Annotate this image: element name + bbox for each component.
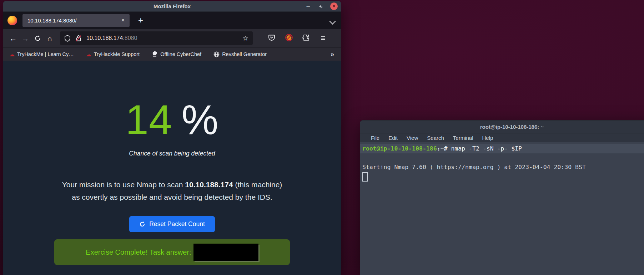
forward-button: → [19,35,31,42]
window-controls: – × [305,1,338,11]
back-button[interactable]: ← [7,35,19,42]
firefox-titlebar[interactable]: Mozilla Firefox – × [3,1,341,12]
mission-text: Your mission is to use Nmap to scan 10.1… [3,179,341,203]
tab-close-icon[interactable]: × [120,17,126,24]
bookmark-offline-cyberchef[interactable]: Offline CyberChef [152,51,201,57]
minimize-button[interactable]: – [305,3,311,9]
cloud-icon: ☁ [86,52,91,57]
terminal-window: root@ip-10-10-108-186: ~ File Edit View … [360,120,644,275]
extensions-puzzle-icon[interactable] [302,34,310,42]
url-bar[interactable]: 10.10.188.174:8080 ☆ [60,31,253,45]
menu-view[interactable]: View [407,135,418,141]
close-icon: × [332,4,335,9]
prompt-path: ~ [441,145,444,152]
refresh-icon [139,221,145,227]
menu-hamburger-icon[interactable]: ≡ [319,34,327,42]
bookmark-tryhackme-learn[interactable]: ☁ TryHackMe | Learn Cy… [9,51,74,57]
exercise-complete-banner: Exercise Complete! Task answer: [54,239,290,265]
terminal-menubar: File Edit View Search Terminal Help [360,133,644,142]
bookmarks-toolbar: ☁ TryHackMe | Learn Cy… ☁ TryHackMe Supp… [3,47,341,61]
terminal-screen[interactable]: root@ip-10-10-108-186:~# nmap -T2 -sN -p… [360,142,644,183]
reset-button-label: Reset Packet Count [149,220,205,228]
page-content: 14% Chance of scan being detected Your m… [3,61,341,275]
url-port: :8080 [123,35,137,41]
blank-line [362,153,644,163]
navigation-toolbar: ← → ⌂ 10.10.188.174:8080 ☆ [3,29,341,47]
firefox-window: Mozilla Firefox – × 10.10.188.174:8080/ … [3,1,341,275]
extension-disabled-icon[interactable] [285,34,293,43]
active-tab[interactable]: 10.10.188.174:8080/ × [22,14,130,27]
typed-command: nmap -T2 -sN -p- $IP [451,145,522,152]
new-tab-button[interactable]: + [136,16,145,25]
menu-edit[interactable]: Edit [388,135,398,141]
pocket-icon[interactable] [268,34,276,42]
close-button[interactable]: × [330,2,338,10]
chef-hat-icon [152,51,158,57]
terminal-cursor [362,172,368,182]
target-ip: 10.10.188.174 [185,180,233,189]
home-button[interactable]: ⌂ [44,35,56,42]
detection-percentage: 14% [3,61,341,141]
firefox-logo-icon [7,16,17,25]
url-host: 10.10.188.174 [86,35,123,41]
tab-list-chevron-icon[interactable] [329,18,336,24]
bookmark-star-icon[interactable]: ☆ [242,34,248,42]
menu-terminal[interactable]: Terminal [453,135,473,141]
bookmarks-overflow-chevron[interactable]: » [331,51,334,58]
globe-icon [213,51,220,57]
url-display: 10.10.188.174:8080 [86,35,240,41]
menu-file[interactable]: File [371,135,379,141]
bookmark-revshell-generator[interactable]: Revshell Generator [213,51,267,57]
terminal-title: root@ip-10-10-108-186: ~ [480,124,544,130]
mission-line-2: as covertly as possible and avoid being … [3,191,341,204]
percent-value: 14 [125,97,172,143]
insecure-lock-icon[interactable] [75,35,82,42]
prompt-line: root@ip-10-10-108-186:~# nmap -T2 -sN -p… [360,144,644,153]
menu-search[interactable]: Search [427,135,444,141]
tracking-shield-icon[interactable] [64,35,71,42]
mission-line-1: Your mission is to use Nmap to scan 10.1… [3,179,341,191]
tab-bar: 10.10.188.174:8080/ × + [3,12,341,29]
percentage-caption: Chance of scan being detected [3,150,341,157]
window-title: Mozilla Firefox [154,3,191,9]
cloud-icon: ☁ [9,52,15,57]
redacted-answer-box [193,244,258,261]
tab-title: 10.10.188.174:8080/ [27,17,120,24]
terminal-titlebar[interactable]: root@ip-10-10-108-186: ~ [360,121,644,133]
reload-button[interactable] [31,35,44,42]
banner-text: Exercise Complete! Task answer: [86,248,191,256]
restore-button[interactable] [318,4,323,9]
bookmark-tryhackme-support[interactable]: ☁ TryHackMe Support [86,51,140,57]
menu-help[interactable]: Help [482,135,493,141]
prompt-user-host: root@ip-10-10-108-186 [362,145,437,152]
reset-packet-count-button[interactable]: Reset Packet Count [129,216,215,232]
nmap-output-line: Starting Nmap 7.60 ( https://nmap.org ) … [362,163,644,172]
percent-sign: % [181,97,218,143]
